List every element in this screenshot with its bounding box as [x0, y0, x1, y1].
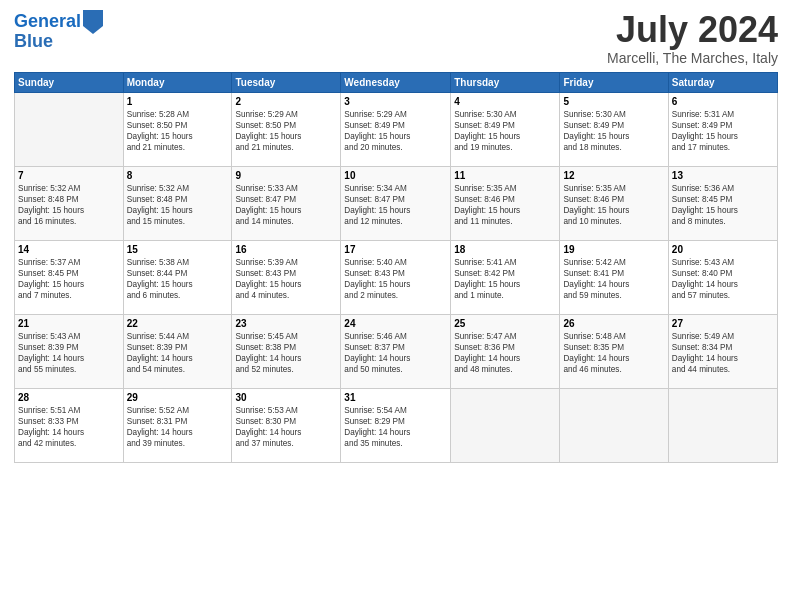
header-cell-thursday: Thursday [451, 72, 560, 92]
day-number: 12 [563, 170, 664, 181]
day-number: 28 [18, 392, 120, 403]
day-info: Sunrise: 5:32 AMSunset: 8:48 PMDaylight:… [18, 183, 120, 227]
header: General Blue July 2024 Marcelli, The Mar… [14, 10, 778, 66]
day-cell [451, 388, 560, 462]
day-cell: 18Sunrise: 5:41 AMSunset: 8:42 PMDayligh… [451, 240, 560, 314]
day-cell: 13Sunrise: 5:36 AMSunset: 8:45 PMDayligh… [668, 166, 777, 240]
logo-text: General [14, 12, 81, 32]
day-cell: 5Sunrise: 5:30 AMSunset: 8:49 PMDaylight… [560, 92, 668, 166]
day-info: Sunrise: 5:38 AMSunset: 8:44 PMDaylight:… [127, 257, 229, 301]
calendar-header-row: SundayMondayTuesdayWednesdayThursdayFrid… [15, 72, 778, 92]
day-info: Sunrise: 5:47 AMSunset: 8:36 PMDaylight:… [454, 331, 556, 375]
day-info: Sunrise: 5:29 AMSunset: 8:49 PMDaylight:… [344, 109, 447, 153]
day-number: 9 [235, 170, 337, 181]
day-cell [668, 388, 777, 462]
logo-text2: Blue [14, 32, 53, 52]
day-info: Sunrise: 5:43 AMSunset: 8:40 PMDaylight:… [672, 257, 774, 301]
day-number: 7 [18, 170, 120, 181]
day-cell: 10Sunrise: 5:34 AMSunset: 8:47 PMDayligh… [341, 166, 451, 240]
header-cell-monday: Monday [123, 72, 232, 92]
day-cell: 29Sunrise: 5:52 AMSunset: 8:31 PMDayligh… [123, 388, 232, 462]
logo: General Blue [14, 10, 103, 52]
header-cell-wednesday: Wednesday [341, 72, 451, 92]
day-cell: 26Sunrise: 5:48 AMSunset: 8:35 PMDayligh… [560, 314, 668, 388]
day-cell: 4Sunrise: 5:30 AMSunset: 8:49 PMDaylight… [451, 92, 560, 166]
day-info: Sunrise: 5:45 AMSunset: 8:38 PMDaylight:… [235, 331, 337, 375]
day-number: 20 [672, 244, 774, 255]
month-title: July 2024 [607, 10, 778, 50]
day-cell [560, 388, 668, 462]
day-number: 19 [563, 244, 664, 255]
day-number: 14 [18, 244, 120, 255]
day-cell: 8Sunrise: 5:32 AMSunset: 8:48 PMDaylight… [123, 166, 232, 240]
day-cell: 25Sunrise: 5:47 AMSunset: 8:36 PMDayligh… [451, 314, 560, 388]
week-row-1: 1Sunrise: 5:28 AMSunset: 8:50 PMDaylight… [15, 92, 778, 166]
week-row-2: 7Sunrise: 5:32 AMSunset: 8:48 PMDaylight… [15, 166, 778, 240]
day-info: Sunrise: 5:30 AMSunset: 8:49 PMDaylight:… [454, 109, 556, 153]
day-info: Sunrise: 5:53 AMSunset: 8:30 PMDaylight:… [235, 405, 337, 449]
day-cell [15, 92, 124, 166]
logo-icon [83, 10, 103, 34]
week-row-4: 21Sunrise: 5:43 AMSunset: 8:39 PMDayligh… [15, 314, 778, 388]
day-number: 10 [344, 170, 447, 181]
day-cell: 7Sunrise: 5:32 AMSunset: 8:48 PMDaylight… [15, 166, 124, 240]
day-info: Sunrise: 5:32 AMSunset: 8:48 PMDaylight:… [127, 183, 229, 227]
day-number: 5 [563, 96, 664, 107]
day-number: 3 [344, 96, 447, 107]
day-number: 6 [672, 96, 774, 107]
day-cell: 23Sunrise: 5:45 AMSunset: 8:38 PMDayligh… [232, 314, 341, 388]
day-number: 25 [454, 318, 556, 329]
day-info: Sunrise: 5:36 AMSunset: 8:45 PMDaylight:… [672, 183, 774, 227]
day-cell: 20Sunrise: 5:43 AMSunset: 8:40 PMDayligh… [668, 240, 777, 314]
day-info: Sunrise: 5:37 AMSunset: 8:45 PMDaylight:… [18, 257, 120, 301]
day-number: 22 [127, 318, 229, 329]
day-number: 15 [127, 244, 229, 255]
day-cell: 1Sunrise: 5:28 AMSunset: 8:50 PMDaylight… [123, 92, 232, 166]
day-cell: 6Sunrise: 5:31 AMSunset: 8:49 PMDaylight… [668, 92, 777, 166]
day-number: 26 [563, 318, 664, 329]
day-cell: 19Sunrise: 5:42 AMSunset: 8:41 PMDayligh… [560, 240, 668, 314]
day-info: Sunrise: 5:48 AMSunset: 8:35 PMDaylight:… [563, 331, 664, 375]
day-info: Sunrise: 5:39 AMSunset: 8:43 PMDaylight:… [235, 257, 337, 301]
calendar-table: SundayMondayTuesdayWednesdayThursdayFrid… [14, 72, 778, 463]
week-row-5: 28Sunrise: 5:51 AMSunset: 8:33 PMDayligh… [15, 388, 778, 462]
week-row-3: 14Sunrise: 5:37 AMSunset: 8:45 PMDayligh… [15, 240, 778, 314]
day-number: 11 [454, 170, 556, 181]
day-info: Sunrise: 5:34 AMSunset: 8:47 PMDaylight:… [344, 183, 447, 227]
day-cell: 14Sunrise: 5:37 AMSunset: 8:45 PMDayligh… [15, 240, 124, 314]
header-cell-tuesday: Tuesday [232, 72, 341, 92]
day-info: Sunrise: 5:44 AMSunset: 8:39 PMDaylight:… [127, 331, 229, 375]
day-cell: 17Sunrise: 5:40 AMSunset: 8:43 PMDayligh… [341, 240, 451, 314]
day-number: 23 [235, 318, 337, 329]
day-info: Sunrise: 5:42 AMSunset: 8:41 PMDaylight:… [563, 257, 664, 301]
day-info: Sunrise: 5:43 AMSunset: 8:39 PMDaylight:… [18, 331, 120, 375]
header-cell-friday: Friday [560, 72, 668, 92]
day-number: 21 [18, 318, 120, 329]
day-number: 17 [344, 244, 447, 255]
header-cell-saturday: Saturday [668, 72, 777, 92]
day-number: 29 [127, 392, 229, 403]
day-info: Sunrise: 5:35 AMSunset: 8:46 PMDaylight:… [563, 183, 664, 227]
svg-marker-0 [83, 10, 103, 34]
day-number: 13 [672, 170, 774, 181]
day-number: 2 [235, 96, 337, 107]
day-cell: 11Sunrise: 5:35 AMSunset: 8:46 PMDayligh… [451, 166, 560, 240]
day-cell: 21Sunrise: 5:43 AMSunset: 8:39 PMDayligh… [15, 314, 124, 388]
day-info: Sunrise: 5:51 AMSunset: 8:33 PMDaylight:… [18, 405, 120, 449]
page: General Blue July 2024 Marcelli, The Mar… [0, 0, 792, 612]
day-number: 16 [235, 244, 337, 255]
day-info: Sunrise: 5:54 AMSunset: 8:29 PMDaylight:… [344, 405, 447, 449]
day-info: Sunrise: 5:29 AMSunset: 8:50 PMDaylight:… [235, 109, 337, 153]
day-number: 1 [127, 96, 229, 107]
day-info: Sunrise: 5:28 AMSunset: 8:50 PMDaylight:… [127, 109, 229, 153]
day-number: 8 [127, 170, 229, 181]
day-cell: 22Sunrise: 5:44 AMSunset: 8:39 PMDayligh… [123, 314, 232, 388]
day-info: Sunrise: 5:30 AMSunset: 8:49 PMDaylight:… [563, 109, 664, 153]
day-cell: 27Sunrise: 5:49 AMSunset: 8:34 PMDayligh… [668, 314, 777, 388]
day-cell: 15Sunrise: 5:38 AMSunset: 8:44 PMDayligh… [123, 240, 232, 314]
day-number: 24 [344, 318, 447, 329]
day-info: Sunrise: 5:40 AMSunset: 8:43 PMDaylight:… [344, 257, 447, 301]
header-cell-sunday: Sunday [15, 72, 124, 92]
day-info: Sunrise: 5:46 AMSunset: 8:37 PMDaylight:… [344, 331, 447, 375]
location-title: Marcelli, The Marches, Italy [607, 50, 778, 66]
